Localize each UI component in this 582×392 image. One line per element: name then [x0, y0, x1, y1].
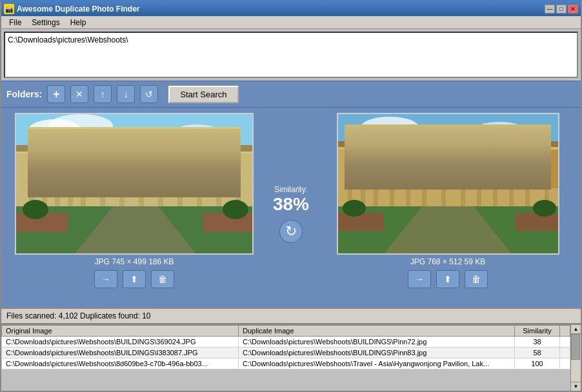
table-row[interactable]: C:\Downloads\pictures\Webshoots\8d609be3… [2, 358, 570, 369]
svg-rect-14 [158, 153, 163, 206]
svg-rect-57 [412, 155, 424, 168]
original-path-1: C:\Downloads\pictures\Webshoots\BUILDING… [2, 337, 239, 348]
svg-rect-9 [68, 153, 73, 206]
scroll-thumb[interactable] [571, 334, 580, 360]
similarity-center: Similarity: 38% ↻ [262, 113, 320, 302]
status-bar: Files scanned: 4,102 Duplicates found: 1… [1, 308, 581, 324]
scroll-track[interactable] [571, 334, 581, 382]
svg-rect-28 [223, 158, 232, 171]
left-arrow-button[interactable]: → [94, 270, 117, 288]
svg-rect-44 [390, 150, 394, 206]
svg-rect-27 [203, 158, 213, 171]
svg-rect-67 [338, 213, 383, 231]
right-photo-image [338, 113, 558, 255]
table-wrapper: Original Image Duplicate Image Similarit… [1, 325, 581, 391]
svg-rect-54 [351, 155, 360, 166]
left-photo-actions: → ⬆ 🗑 [94, 270, 174, 288]
similarity-2: 58 [515, 348, 560, 358]
svg-point-69 [343, 200, 366, 217]
original-path-3: C:\Downloads\pictures\Webshoots\8d609be3… [2, 358, 239, 369]
svg-rect-5 [16, 148, 252, 153]
svg-rect-12 [119, 153, 125, 206]
table-row[interactable]: C:\Downloads\pictures\Webshoots\BUILDING… [2, 348, 570, 358]
svg-rect-40 [338, 145, 558, 150]
add-folder-button[interactable]: + [47, 85, 65, 103]
svg-rect-11 [100, 153, 105, 206]
right-delete-button[interactable]: 🗑 [465, 270, 488, 288]
svg-rect-56 [395, 155, 406, 168]
menu-bar: File Settings Help [1, 16, 581, 29]
table-scroll[interactable]: Original Image Duplicate Image Similarit… [1, 325, 570, 391]
close-button[interactable]: ✕ [568, 5, 578, 14]
left-delete-button[interactable]: 🗑 [151, 270, 174, 288]
col-similarity: Similarity [515, 326, 560, 337]
svg-rect-16 [197, 153, 202, 206]
svg-point-35 [223, 200, 248, 219]
svg-rect-50 [493, 150, 497, 206]
svg-rect-20 [52, 158, 61, 171]
duplicate-path-1: C:\Downloads\pictures\Webshoots\BUILDING… [239, 337, 515, 348]
svg-rect-17 [216, 153, 221, 206]
similarity-1: 38 [515, 337, 560, 348]
menu-help[interactable]: Help [65, 17, 92, 28]
app-icon: 📷 [4, 4, 14, 14]
svg-rect-49 [477, 150, 481, 206]
svg-rect-61 [498, 155, 507, 166]
remove-folder-button[interactable]: ✕ [70, 85, 88, 103]
svg-point-3 [174, 124, 219, 140]
svg-rect-62 [530, 155, 539, 166]
right-photo-info: JPG 768 × 512 59 KB [410, 257, 485, 266]
svg-rect-6 [29, 153, 34, 206]
left-photo-info: JPG 745 × 499 186 KB [94, 257, 174, 266]
col-original: Original Image [2, 326, 239, 337]
minimize-button[interactable]: — [545, 5, 555, 14]
svg-point-38 [474, 122, 525, 140]
right-arrow-button[interactable]: → [408, 270, 431, 288]
left-upload-button[interactable]: ⬆ [123, 270, 146, 288]
svg-rect-7 [42, 153, 47, 206]
svg-rect-46 [422, 150, 426, 206]
svg-rect-15 [177, 153, 183, 206]
left-photo-panel: JPG 745 × 499 186 KB → ⬆ 🗑 [6, 113, 262, 302]
col-duplicate: Duplicate Image [239, 326, 515, 337]
svg-rect-47 [441, 150, 446, 206]
refresh-button[interactable]: ↺ [140, 85, 158, 103]
svg-point-70 [533, 200, 556, 217]
svg-rect-42 [361, 150, 365, 206]
folders-label: Folders: [6, 89, 42, 99]
start-search-button[interactable]: Start Search [168, 86, 238, 103]
move-down-button[interactable]: ↓ [117, 85, 135, 103]
svg-rect-29 [16, 145, 252, 152]
svg-point-34 [23, 200, 48, 219]
svg-rect-41 [348, 150, 352, 206]
svg-rect-18 [236, 153, 241, 206]
svg-rect-43 [374, 150, 378, 206]
scroll-up-arrow[interactable]: ▲ [571, 325, 581, 334]
svg-rect-21 [74, 158, 84, 171]
svg-rect-55 [367, 155, 376, 166]
svg-rect-48 [461, 150, 465, 206]
folder-list[interactable]: C:\Downloads\pictures\Webshoots\ [4, 32, 578, 78]
results-section: Original Image Duplicate Image Similarit… [1, 324, 581, 391]
svg-rect-59 [451, 155, 463, 168]
window-title: Awesome Duplicate Photo Finder [17, 5, 139, 14]
duplicate-path-3: C:\Downloads\pictures\Webshoots\Travel -… [239, 358, 515, 369]
svg-rect-26 [181, 158, 194, 172]
table-row[interactable]: C:\Downloads\pictures\Webshoots\BUILDING… [2, 337, 570, 348]
right-photo-panel: JPG 768 × 512 59 KB → ⬆ 🗑 [320, 113, 576, 302]
menu-settings[interactable]: Settings [26, 17, 65, 28]
scroll-down-arrow[interactable]: ▼ [571, 382, 581, 391]
window-controls: — □ ✕ [545, 5, 578, 14]
left-photo-frame [15, 113, 254, 255]
svg-rect-39 [338, 145, 558, 206]
folder-path-1: C:\Downloads\pictures\Webshoots\ [8, 35, 574, 44]
svg-rect-10 [81, 153, 86, 206]
vertical-scrollbar[interactable]: ▲ ▼ [570, 325, 581, 391]
similarity-value: 38% [273, 194, 309, 215]
move-up-button[interactable]: ↑ [94, 85, 112, 103]
menu-file[interactable]: File [4, 17, 26, 28]
right-upload-button[interactable]: ⬆ [436, 270, 459, 288]
svg-rect-22 [90, 158, 103, 172]
maximize-button[interactable]: □ [556, 5, 567, 14]
swap-button[interactable]: ↻ [279, 220, 303, 243]
